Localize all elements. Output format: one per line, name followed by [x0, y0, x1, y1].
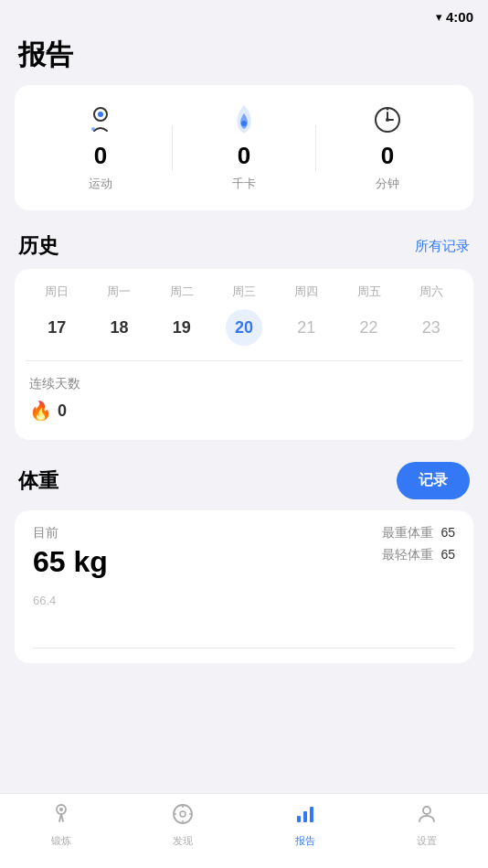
all-records-link[interactable]: 所有记录 — [415, 238, 470, 255]
nav-discover-label: 发现 — [173, 834, 193, 848]
discover-nav-icon — [172, 803, 194, 830]
calories-label: 千卡 — [232, 176, 256, 192]
svg-point-2 — [91, 127, 95, 131]
weight-chart: 66.4 — [33, 594, 455, 648]
weekday-0: 周日 — [38, 284, 75, 300]
status-time: 4:00 — [446, 9, 473, 25]
date-17[interactable]: 17 — [38, 309, 75, 346]
weight-max-label: 最重体重 — [382, 525, 433, 541]
weekday-3: 周三 — [226, 284, 262, 300]
svg-point-5 — [387, 108, 389, 111]
svg-line-12 — [61, 814, 63, 821]
weight-stats: 最重体重 65 最轻体重 65 — [382, 525, 455, 563]
svg-point-3 — [241, 121, 247, 126]
calories-value: 0 — [238, 142, 250, 170]
history-title: 历史 — [18, 232, 58, 260]
date-22[interactable]: 22 — [351, 309, 387, 346]
svg-rect-19 — [297, 816, 301, 822]
record-button[interactable]: 记录 — [397, 462, 470, 499]
fire-icon: 🔥 — [29, 400, 52, 422]
nav-discover[interactable]: 发现 — [122, 803, 245, 848]
exercise-icon — [86, 103, 115, 136]
weight-max-row: 最重体重 65 — [382, 525, 455, 541]
calendar-card: 周日 周一 周二 周三 周四 周五 周六 17 18 19 20 21 22 2… — [15, 269, 473, 440]
weight-current-label: 目前 — [33, 525, 108, 541]
streak-number: 0 — [58, 402, 67, 421]
page-header: 报告 — [0, 29, 488, 85]
weight-current-value: 65 kg — [33, 545, 108, 579]
date-20[interactable]: 20 — [226, 309, 262, 346]
calendar-divider — [26, 360, 462, 361]
weekday-1: 周一 — [101, 284, 137, 300]
minutes-value: 0 — [381, 142, 394, 170]
weight-card: 目前 65 kg 最重体重 65 最轻体重 65 66.4 — [15, 510, 473, 663]
stat-exercise: 0 运动 — [29, 103, 172, 192]
streak-value-row: 🔥 0 — [29, 400, 459, 422]
stats-row: 0 运动 0 千卡 — [29, 103, 459, 192]
nav-report-label: 报告 — [295, 834, 315, 848]
weight-max-value: 65 — [440, 525, 455, 541]
svg-rect-20 — [303, 811, 307, 822]
svg-point-1 — [98, 112, 103, 117]
date-23[interactable]: 23 — [413, 309, 450, 346]
date-21[interactable]: 21 — [288, 309, 324, 346]
calendar-dates: 17 18 19 20 21 22 23 — [26, 309, 462, 346]
weekday-5: 周五 — [351, 284, 387, 300]
exercise-label: 运动 — [89, 176, 112, 192]
nav-exercise-label: 锻炼 — [51, 834, 71, 848]
calories-icon — [230, 103, 258, 136]
exercise-value: 0 — [94, 142, 107, 170]
nav-settings-label: 设置 — [417, 834, 437, 848]
weight-min-value: 65 — [440, 547, 455, 563]
date-18[interactable]: 18 — [101, 309, 137, 346]
chart-baseline — [33, 648, 455, 648]
minutes-label: 分钟 — [376, 176, 399, 192]
history-header: 历史 所有记录 — [0, 225, 488, 269]
nav-report[interactable]: 报告 — [244, 803, 366, 848]
wifi-icon: ▾ — [436, 10, 442, 24]
nav-exercise[interactable]: 锻炼 — [0, 803, 122, 848]
streak-section: 连续天数 🔥 0 — [26, 376, 462, 422]
nav-settings[interactable]: 设置 — [366, 803, 489, 848]
weight-min-label: 最轻体重 — [382, 547, 433, 563]
stats-card: 0 运动 0 千卡 — [15, 85, 473, 210]
stat-calories: 0 千卡 — [173, 103, 315, 192]
bottom-nav: 锻炼 发现 报告 — [0, 793, 488, 868]
svg-point-10 — [59, 808, 63, 811]
svg-point-14 — [180, 811, 186, 817]
weight-main-row: 目前 65 kg 最重体重 65 最轻体重 65 — [33, 525, 455, 579]
page-title: 报告 — [18, 37, 470, 74]
date-19[interactable]: 19 — [164, 309, 200, 346]
weight-title: 体重 — [18, 467, 58, 495]
weekday-6: 周六 — [413, 284, 450, 300]
settings-nav-icon — [416, 803, 438, 830]
weekday-4: 周四 — [288, 284, 324, 300]
stat-minutes: 0 分钟 — [316, 103, 459, 192]
weight-header: 体重 记录 — [0, 455, 488, 510]
weekday-2: 周二 — [164, 284, 200, 300]
svg-point-22 — [423, 807, 430, 814]
calendar-weekdays: 周日 周一 周二 周三 周四 周五 周六 — [26, 284, 462, 300]
status-bar: ▾ 4:00 — [0, 0, 488, 29]
minutes-icon — [373, 103, 402, 136]
weight-current: 目前 65 kg — [33, 525, 108, 579]
streak-label: 连续天数 — [29, 376, 459, 392]
report-nav-icon — [294, 803, 316, 830]
weight-min-row: 最轻体重 65 — [382, 547, 455, 563]
exercise-nav-icon — [50, 803, 72, 830]
chart-label: 66.4 — [33, 594, 56, 607]
svg-rect-21 — [310, 807, 313, 822]
svg-point-8 — [386, 118, 389, 122]
